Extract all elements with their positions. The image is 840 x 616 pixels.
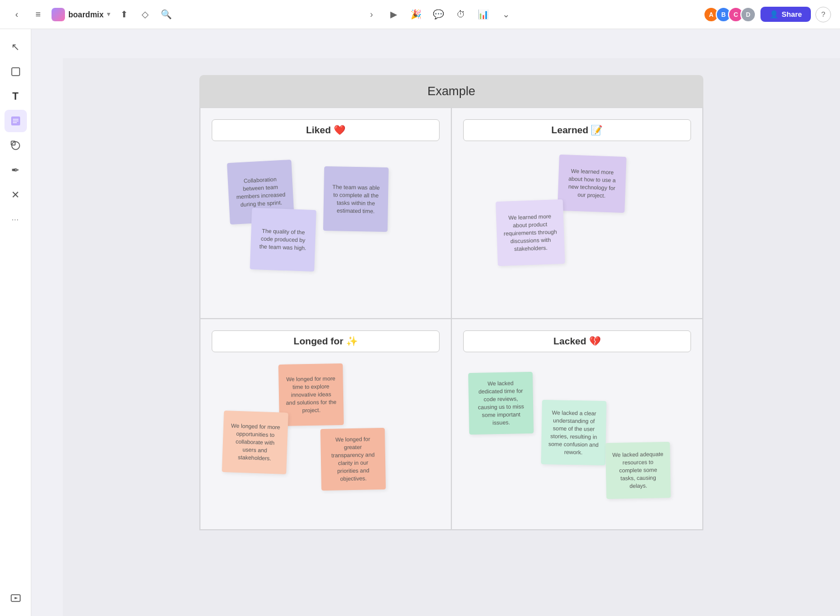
navbar-left: ‹ ≡ boardmix ▾ ⬆ ◇ 🔍	[9, 7, 174, 22]
sidebar-frame[interactable]	[4, 60, 27, 83]
quadrant-learned-title: Learned 📝	[463, 119, 691, 141]
menu-button[interactable]: ≡	[30, 7, 46, 22]
svg-rect-0	[12, 68, 20, 76]
longed-notes-area: We longed for more time to explore innov…	[212, 361, 440, 518]
back-button[interactable]: ‹	[9, 7, 25, 22]
sidebar: ↖ T ✒ ✕ ···	[0, 29, 31, 616]
share-button[interactable]: 👤 Share	[760, 7, 811, 22]
sidebar-sticky[interactable]	[4, 110, 27, 132]
brand-logo[interactable]: boardmix ▾	[52, 8, 110, 21]
learned-note-2[interactable]: We learned more about product requiremen…	[496, 199, 565, 266]
upload-button[interactable]: ⬆	[116, 7, 132, 22]
toolbar: › ▶ 🎉 💬 ⏱ 📊 ⌄	[362, 6, 515, 24]
lacked-notes-area: We lacked dedicated time for code review…	[463, 361, 691, 518]
quadrant-liked-title: Liked ❤️	[212, 119, 440, 141]
quadrant-longed-title: Longed for ✨	[212, 330, 440, 352]
liked-note-3[interactable]: The team was able to complete all the ta…	[323, 166, 389, 232]
liked-note-2[interactable]: The quality of the code produced by the …	[250, 208, 316, 272]
svg-point-5	[12, 142, 20, 150]
sidebar-media[interactable]	[4, 587, 27, 609]
sidebar-shape[interactable]	[4, 134, 27, 157]
toolbar-more[interactable]: ⌄	[497, 6, 515, 24]
quadrant-learned: Learned 📝 We learned more about how to u…	[451, 108, 703, 319]
search-button[interactable]: 🔍	[158, 7, 174, 22]
avatar-4: D	[740, 7, 756, 22]
share-label: Share	[782, 10, 802, 18]
help-button[interactable]: ?	[815, 7, 831, 22]
user-avatars: A B C D	[703, 7, 756, 22]
sidebar-more[interactable]: ···	[4, 208, 27, 231]
sidebar-pen[interactable]: ✒	[4, 159, 27, 181]
sidebar-cursor[interactable]: ↖	[4, 36, 27, 58]
lacked-note-1[interactable]: We lacked dedicated time for code review…	[468, 372, 534, 435]
board-title: Example	[213, 84, 690, 99]
svg-marker-8	[15, 597, 18, 599]
toolbar-confetti[interactable]: 🎉	[407, 6, 425, 24]
board-title-bar: Example	[199, 75, 703, 108]
learned-notes-area: We learned more about how to use a new t…	[463, 150, 691, 307]
quadrant-longed: Longed for ✨ We longed for more time to …	[200, 319, 451, 530]
brand-name: boardmix	[68, 10, 104, 19]
toolbar-play[interactable]: ▶	[385, 6, 403, 24]
navbar: ‹ ≡ boardmix ▾ ⬆ ◇ 🔍 › ▶ 🎉 💬 ⏱ 📊 ⌄ A B C…	[0, 0, 840, 29]
sidebar-connector[interactable]: ✕	[4, 184, 27, 206]
brand-icon	[52, 8, 65, 21]
toolbar-timer[interactable]: ⏱	[452, 6, 470, 24]
canvas[interactable]: Example Liked ❤️ Collaboration between t…	[63, 58, 840, 616]
share-icon: 👤	[769, 10, 778, 18]
longed-note-2[interactable]: We longed for more opportunities to coll…	[222, 410, 288, 474]
quadrant-lacked-title: Lacked 💔	[463, 330, 691, 352]
board-container: Example Liked ❤️ Collaboration between t…	[199, 75, 703, 530]
liked-notes-area: Collaboration between team members incre…	[212, 150, 440, 307]
brand-chevron: ▾	[107, 11, 110, 18]
lacked-note-2[interactable]: We lacked a clear understanding of some …	[541, 400, 606, 465]
navbar-right: A B C D 👤 Share ?	[703, 7, 831, 22]
learned-note-1[interactable]: We learned more about how to use a new t…	[557, 155, 626, 213]
tag-button[interactable]: ◇	[137, 7, 153, 22]
sidebar-text[interactable]: T	[4, 85, 27, 108]
lacked-note-3[interactable]: We lacked adequate resources to complete…	[605, 442, 671, 499]
quadrant-lacked: Lacked 💔 We lacked dedicated time for co…	[451, 319, 703, 530]
longed-note-3[interactable]: We longed for greater transparency and c…	[320, 428, 386, 491]
quadrant-liked: Liked ❤️ Collaboration between team memb…	[200, 108, 451, 319]
toolbar-chevron-right[interactable]: ›	[362, 6, 380, 24]
toolbar-chart[interactable]: 📊	[474, 6, 492, 24]
toolbar-comment[interactable]: 💬	[430, 6, 447, 24]
quadrant-grid: Liked ❤️ Collaboration between team memb…	[199, 108, 703, 530]
